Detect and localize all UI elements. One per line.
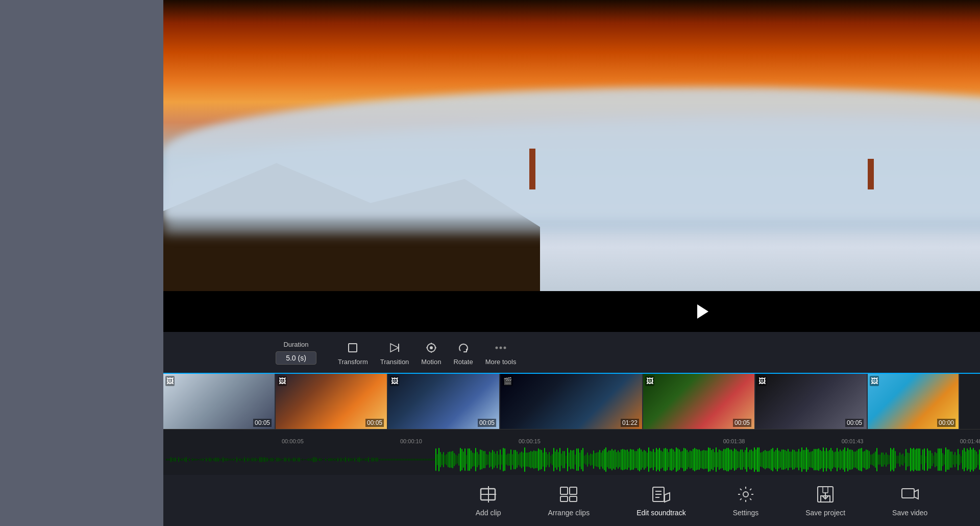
edit-soundtrack-label: Edit soundtrack (636, 509, 686, 517)
clip-6-duration: 00:05 (845, 419, 864, 427)
clip-5-duration: 00:05 (733, 419, 751, 427)
settings-button[interactable]: Settings (725, 480, 767, 521)
more-tools-button[interactable]: More tools (479, 338, 523, 368)
action-bar: Add clip Arrange clips (163, 475, 980, 526)
save-project-label: Save project (805, 509, 845, 517)
ruler-mark-6: 00:01:48 (960, 438, 980, 444)
motion-icon (423, 340, 439, 356)
svg-point-5 (496, 346, 498, 349)
video-controls-bar (163, 291, 980, 332)
clip-2-type-icon: 🖼 (278, 376, 287, 386)
duration-label: Duration (283, 341, 308, 348)
clip-3-duration: 00:05 (478, 419, 496, 427)
clip-3-type-icon: 🖼 (390, 376, 399, 386)
main-area: Summer in San Francisco David Yu Duratio… (0, 0, 980, 526)
clip-7-duration: 00:00 (937, 419, 955, 427)
save-video-icon (900, 484, 920, 505)
rotate-label: Rotate (453, 358, 473, 366)
motion-label: Motion (421, 358, 441, 366)
bridge-tower-right (868, 159, 874, 189)
waveform-area[interactable] (163, 444, 980, 475)
transition-button[interactable]: Transition (374, 338, 415, 368)
duration-input[interactable] (276, 351, 316, 365)
center-panel: Summer in San Francisco David Yu Duratio… (163, 0, 980, 526)
clip-6[interactable]: 🖼 00:05 (755, 374, 868, 429)
more-tools-label: More tools (485, 358, 517, 366)
transform-label: Transform (338, 358, 368, 366)
svg-rect-29 (902, 489, 914, 498)
svg-point-7 (504, 346, 506, 349)
save-video-button[interactable]: Save video (884, 480, 936, 521)
add-clip-icon (478, 484, 499, 505)
clip-5-type-icon: 🖼 (645, 376, 654, 386)
waveform-bars (163, 444, 980, 475)
transform-button[interactable]: Transform (332, 338, 374, 368)
clip-4-duration: 01:22 (621, 419, 639, 427)
arrange-clips-button[interactable]: Arrange clips (540, 480, 598, 521)
svg-marker-1 (390, 344, 399, 352)
save-project-icon (815, 484, 836, 505)
ruler-mark-3: 00:00:15 (519, 438, 541, 444)
clip-5[interactable]: 🖼 00:05 (643, 374, 755, 429)
svg-rect-20 (570, 496, 577, 501)
clip-1-duration: 00:05 (253, 419, 272, 427)
svg-rect-19 (560, 496, 568, 501)
ruler-mark-2: 00:00:10 (400, 438, 422, 444)
settings-icon (736, 484, 756, 505)
settings-label: Settings (733, 509, 759, 517)
clip-1[interactable]: 🖼 00:05 (163, 374, 276, 429)
clip-7[interactable]: 🖼 00:00 (868, 374, 960, 429)
save-project-button[interactable]: Save project (797, 480, 853, 521)
arrange-clips-label: Arrange clips (548, 509, 590, 517)
save-video-label: Save video (892, 509, 927, 517)
bridge-tower-left (529, 149, 535, 189)
clip-7-type-icon: 🖼 (870, 376, 879, 386)
add-clip-button[interactable]: Add clip (468, 480, 509, 521)
clip-3[interactable]: 🖼 00:05 (388, 374, 500, 429)
transform-icon (345, 340, 361, 356)
rotate-icon (455, 340, 472, 356)
ruler-mark-4: 00:01:38 (723, 438, 745, 444)
arrange-clips-icon (558, 484, 579, 505)
clip-4-type-icon: 🎬 (502, 376, 513, 386)
svg-point-4 (430, 346, 433, 349)
ruler-mark-5: 00:01:43 (842, 438, 864, 444)
video-preview: Summer in San Francisco David Yu (163, 0, 980, 291)
ruler-marks: 00:00:05 00:00:10 00:00:15 00:01:38 00:0… (163, 429, 980, 444)
timeline-ruler: 00:00:05 00:00:10 00:00:15 00:01:38 00:0… (163, 429, 980, 444)
clip-toolbar: Duration Transform (163, 332, 980, 373)
clip-2[interactable]: 🖼 00:05 (276, 374, 388, 429)
motion-button[interactable]: Motion (415, 338, 447, 368)
svg-rect-0 (349, 344, 357, 352)
play-icon (697, 304, 708, 319)
clips-timeline: 🖼 00:05 🖼 00:05 🖼 00:05 🎬 01:22 🖼 00:05 (163, 373, 980, 429)
more-tools-icon (493, 340, 509, 356)
left-sidebar (0, 0, 163, 526)
rotate-button[interactable]: Rotate (447, 338, 479, 368)
svg-rect-18 (570, 487, 577, 494)
clip-2-duration: 00:05 (365, 419, 384, 427)
ruler-mark-1: 00:00:05 (282, 438, 304, 444)
svg-rect-27 (823, 487, 828, 493)
clip-6-type-icon: 🖼 (757, 376, 767, 386)
play-button[interactable] (692, 301, 712, 322)
transition-icon (386, 340, 403, 356)
clip-4[interactable]: 🎬 01:22 (500, 374, 643, 429)
edit-soundtrack-icon (651, 484, 671, 505)
add-clip-label: Add clip (476, 509, 501, 517)
edit-soundtrack-button[interactable]: Edit soundtrack (628, 480, 694, 521)
svg-rect-17 (560, 487, 568, 494)
duration-control[interactable]: Duration (276, 341, 316, 365)
clip-1-type-icon: 🖼 (165, 376, 175, 386)
svg-point-25 (743, 492, 748, 497)
svg-point-6 (500, 346, 502, 349)
transition-label: Transition (380, 358, 409, 366)
